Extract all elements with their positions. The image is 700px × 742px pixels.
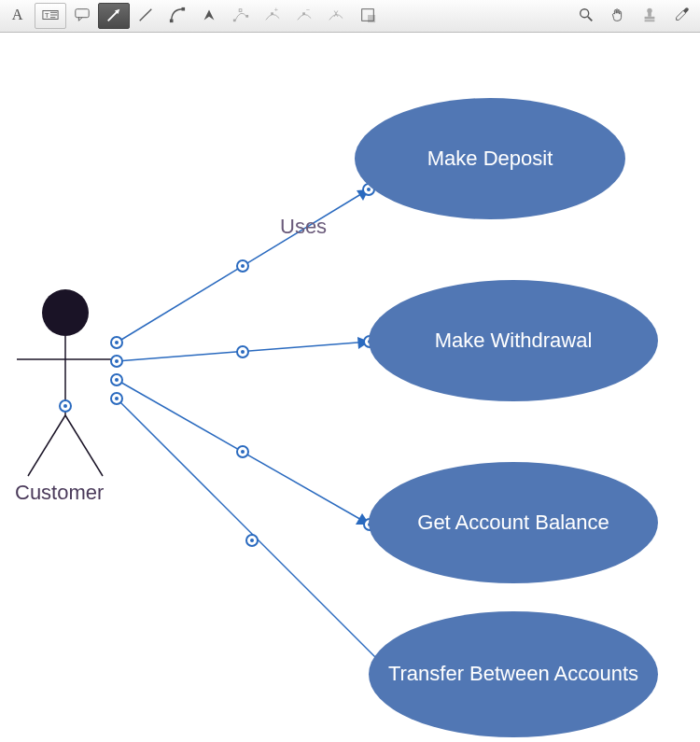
- connector-label[interactable]: Uses: [280, 215, 327, 239]
- line-icon: [137, 7, 154, 26]
- svg-point-53: [115, 378, 119, 382]
- svg-point-60: [111, 393, 122, 404]
- stamp-icon: [641, 7, 658, 26]
- pan-tool[interactable]: [602, 3, 634, 29]
- callout-icon: [74, 7, 91, 26]
- svg-rect-15: [271, 12, 273, 15]
- curve-tool[interactable]: [161, 3, 193, 29]
- svg-text:+: +: [274, 7, 278, 14]
- svg-line-32: [28, 415, 65, 476]
- svg-point-47: [241, 350, 245, 354]
- eyedropper-tool[interactable]: [665, 3, 697, 29]
- crop-tool[interactable]: [352, 3, 384, 29]
- stamp-tool[interactable]: [634, 3, 665, 29]
- usecase-label: Transfer Between Accounts: [388, 662, 638, 686]
- pan-icon: [609, 7, 626, 26]
- callout-tool[interactable]: [66, 3, 98, 29]
- textbox-icon: T: [42, 7, 59, 26]
- svg-rect-10: [170, 19, 174, 22]
- svg-point-41: [367, 188, 371, 191]
- add-anchor-tool[interactable]: +: [257, 3, 288, 29]
- svg-line-24: [588, 16, 593, 21]
- svg-rect-22: [368, 15, 375, 22]
- connector-1: [111, 184, 374, 348]
- line-tool[interactable]: [130, 3, 161, 29]
- svg-point-54: [237, 446, 248, 457]
- svg-point-37: [115, 341, 119, 344]
- svg-rect-14: [239, 8, 242, 11]
- svg-point-62: [246, 535, 258, 546]
- svg-text:−: −: [306, 7, 310, 14]
- svg-line-58: [117, 399, 399, 681]
- svg-rect-28: [645, 20, 655, 21]
- svg-rect-13: [245, 15, 248, 18]
- pen-icon: [201, 7, 217, 26]
- svg-line-42: [117, 342, 370, 361]
- svg-point-55: [241, 450, 245, 454]
- svg-marker-35: [357, 189, 369, 201]
- svg-line-9: [140, 8, 152, 21]
- main-toolbar: A T +: [0, 0, 700, 33]
- zoom-icon: [578, 7, 595, 26]
- usecase-make-withdrawal[interactable]: Make Withdrawal: [369, 280, 658, 401]
- actor-handle: [60, 400, 71, 412]
- usecase-get-balance[interactable]: Get Account Balance: [369, 462, 658, 583]
- svg-line-50: [117, 380, 370, 525]
- connector-4: [111, 393, 405, 687]
- svg-text:T: T: [45, 10, 49, 19]
- remove-anchor-tool[interactable]: −: [288, 3, 320, 29]
- svg-line-33: [65, 415, 103, 476]
- svg-rect-6: [76, 8, 89, 17]
- reshape-icon: [232, 7, 249, 26]
- connector-3: [111, 374, 375, 530]
- arrow-tool[interactable]: [98, 3, 130, 29]
- cut-path-tool[interactable]: [320, 3, 352, 29]
- svg-point-36: [111, 337, 122, 348]
- text-tool[interactable]: A: [3, 3, 35, 29]
- remove-anchor-icon: −: [296, 7, 313, 26]
- curve-icon: [169, 7, 186, 26]
- svg-point-66: [60, 400, 71, 412]
- actor-figure: [17, 289, 114, 476]
- svg-rect-11: [182, 7, 186, 10]
- svg-rect-12: [233, 19, 236, 21]
- pen-tool[interactable]: [193, 3, 225, 29]
- eyedropper-icon: [673, 7, 690, 26]
- svg-point-39: [241, 264, 245, 268]
- textbox-tool[interactable]: T: [35, 3, 66, 29]
- usecase-transfer[interactable]: Transfer Between Accounts: [369, 611, 658, 737]
- svg-point-52: [111, 374, 122, 385]
- svg-point-63: [250, 539, 254, 542]
- svg-marker-51: [356, 513, 370, 525]
- svg-point-46: [237, 346, 248, 357]
- reshape-tool[interactable]: [225, 3, 257, 29]
- arrow-icon: [105, 7, 122, 26]
- svg-rect-26: [648, 12, 651, 16]
- svg-point-38: [237, 260, 248, 272]
- svg-point-29: [42, 289, 89, 336]
- usecase-label: Make Withdrawal: [435, 329, 593, 353]
- svg-point-61: [115, 397, 119, 400]
- svg-line-34: [117, 189, 369, 343]
- connector-2: [111, 336, 375, 367]
- zoom-tool[interactable]: [570, 3, 602, 29]
- svg-point-67: [63, 404, 67, 408]
- usecase-label: Make Deposit: [427, 147, 553, 171]
- cut-path-icon: [328, 7, 344, 26]
- svg-point-44: [111, 356, 122, 367]
- actor-label[interactable]: Customer: [15, 481, 104, 505]
- svg-rect-27: [645, 16, 655, 19]
- svg-text:A: A: [12, 7, 23, 23]
- diagram-canvas[interactable]: Customer Uses Make Deposit Make Withdraw…: [0, 33, 700, 742]
- usecase-make-deposit[interactable]: Make Deposit: [355, 98, 625, 219]
- text-icon: A: [10, 7, 27, 26]
- svg-point-45: [115, 359, 119, 363]
- add-anchor-icon: +: [264, 7, 281, 26]
- svg-rect-17: [302, 12, 305, 15]
- usecase-label: Get Account Balance: [417, 511, 609, 535]
- crop-icon: [359, 7, 376, 26]
- svg-point-23: [581, 8, 589, 17]
